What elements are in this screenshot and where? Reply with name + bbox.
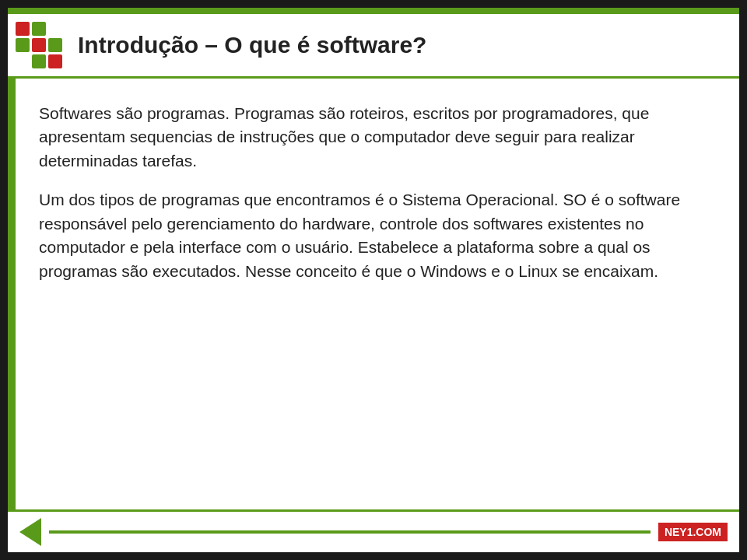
brand-label: NEY1.COM — [658, 523, 728, 541]
logo-cell-r1c2 — [32, 22, 46, 36]
top-bar — [8, 8, 739, 14]
paragraph-1: Softwares são programas. Programas são r… — [39, 102, 708, 173]
logo-cell-r1c3 — [48, 22, 62, 36]
bottom-line — [49, 530, 651, 534]
logo-cell-r3c1 — [16, 54, 30, 68]
bottom-area: NEY1.COM — [8, 509, 739, 552]
logo-grid — [16, 22, 62, 68]
paragraph-2: Um dos tipos de programas que encontramo… — [39, 188, 708, 283]
content-wrapper: Softwares são programas. Programas são r… — [8, 79, 739, 509]
logo-cell-r3c2 — [32, 54, 46, 68]
logo-cell-r1c1 — [16, 22, 30, 36]
logo-cell-r2c1 — [16, 38, 30, 52]
header: Introdução – O que é software? — [8, 14, 739, 79]
logo-cell-r2c3 — [48, 38, 62, 52]
logo-cell-r2c2 — [32, 38, 46, 52]
main-content: Softwares são programas. Programas são r… — [16, 79, 739, 509]
logo-cell-r3c3 — [48, 54, 62, 68]
slide-title: Introdução – O que é software? — [78, 32, 426, 58]
left-accent-bar — [8, 79, 16, 509]
arrow-left-icon — [19, 518, 41, 546]
slide: Introdução – O que é software? Softwares… — [8, 8, 739, 552]
